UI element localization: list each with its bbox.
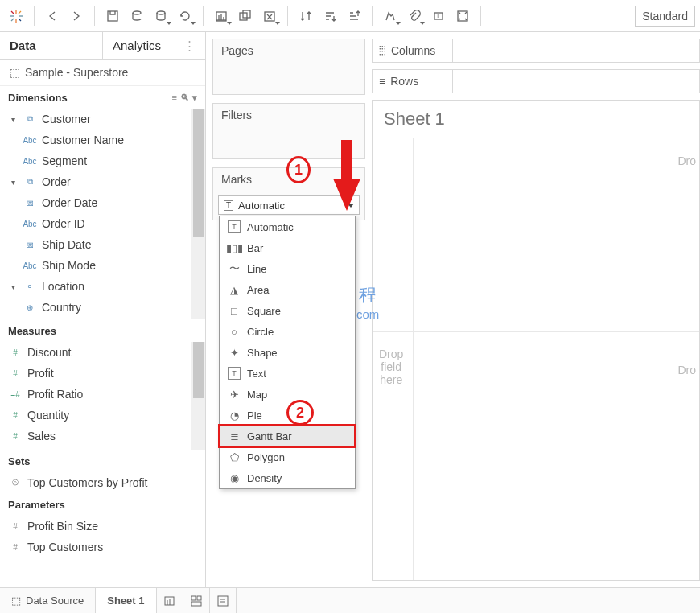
svg-rect-8: [108, 11, 117, 21]
map-icon: ✈︎: [228, 388, 241, 401]
mark-circle[interactable]: ○Circle: [220, 321, 355, 342]
pause-datasource-icon[interactable]: [150, 5, 172, 27]
tab-data-source[interactable]: ⬚Data Source: [0, 588, 96, 613]
duplicate-sheet-icon[interactable]: [234, 5, 257, 27]
view-list-icon[interactable]: ≡: [172, 93, 177, 103]
mark-selected-label: Automatic: [238, 200, 285, 212]
new-story-button[interactable]: [210, 588, 237, 613]
forward-icon[interactable]: [65, 5, 88, 27]
columns-shelf[interactable]: ⦙⦙⦙Columns: [372, 39, 700, 63]
field-quantity[interactable]: #Quantity: [0, 405, 191, 426]
view-pane: ⦙⦙⦙Columns ≡Rows Sheet 1 Dro Drop field …: [372, 32, 700, 587]
field-country[interactable]: ⊕Country: [0, 297, 191, 318]
measures-scrollbar[interactable]: [191, 342, 205, 450]
param-top-customers[interactable]: #Top Customers: [0, 537, 205, 557]
tableau-logo-icon: [5, 5, 27, 27]
mark-area[interactable]: ◮Area: [220, 279, 355, 300]
rows-shelf[interactable]: ≡Rows: [372, 69, 700, 93]
mark-shape[interactable]: ✦Shape: [220, 342, 355, 363]
mark-gantt[interactable]: ≣Gantt Bar: [220, 426, 355, 446]
highlight-icon[interactable]: [379, 5, 401, 27]
field-order-date[interactable]: 📅︎Order Date: [0, 192, 191, 213]
tab-analytics-label: Analytics: [113, 39, 161, 52]
sort-desc-icon[interactable]: [343, 5, 365, 27]
field-sales[interactable]: #Sales: [0, 426, 191, 446]
mark-map[interactable]: ✈︎Map: [220, 384, 355, 405]
pages-label: Pages: [213, 39, 364, 62]
mark-density[interactable]: ◉Density: [220, 467, 355, 488]
swap-icon[interactable]: [294, 5, 317, 27]
fit-icon[interactable]: [451, 5, 474, 27]
sets-header: Sets: [0, 450, 205, 472]
shape-icon: ✦: [228, 346, 241, 359]
set-top-customers[interactable]: ⦾Top Customers by Profit: [0, 472, 205, 493]
annotation-1: 1: [286, 156, 311, 183]
new-sheet-icon[interactable]: [210, 5, 233, 27]
drop-hint-right1: Dro: [677, 154, 696, 167]
mark-bar[interactable]: ▮▯▮Bar: [220, 237, 355, 258]
tab-analytics[interactable]: Analytics⋮: [103, 32, 205, 59]
field-segment[interactable]: AbcSegment: [0, 150, 191, 171]
field-order-id[interactable]: AbcOrder ID: [0, 213, 191, 234]
rows-icon: ≡: [379, 75, 385, 88]
dimensions-scrollbar[interactable]: [191, 109, 205, 319]
mark-polygon[interactable]: ⬠Polygon: [220, 446, 355, 467]
field-discount[interactable]: #Discount: [0, 342, 191, 363]
new-datasource-icon[interactable]: +: [126, 5, 148, 27]
toolbar: + T Standard: [0, 0, 700, 32]
svg-marker-34: [333, 179, 360, 211]
field-profit-ratio[interactable]: =#Profit Ratio: [0, 384, 191, 405]
field-state[interactable]: ⊕State: [0, 318, 191, 319]
mark-text[interactable]: TText: [220, 363, 355, 384]
datasource-row[interactable]: ⬚​ Sample - Superstore: [0, 60, 205, 86]
sheet-view[interactable]: Sheet 1 Dro Drop field here Dro: [372, 100, 700, 581]
text-mark-icon: T: [228, 367, 241, 380]
mark-line[interactable]: 〜Line: [220, 258, 355, 279]
filters-label: Filters: [213, 104, 364, 126]
svg-point-10: [157, 11, 165, 14]
columns-label: Columns: [391, 44, 435, 57]
fit-dropdown[interactable]: Standard: [635, 6, 695, 27]
sheet-title[interactable]: Sheet 1: [373, 101, 699, 138]
density-icon: ◉: [228, 471, 241, 484]
mark-automatic[interactable]: TAutomatic: [220, 216, 355, 237]
attach-icon[interactable]: [403, 5, 426, 27]
datasource-name: Sample - Superstore: [25, 66, 128, 79]
search-icon[interactable]: 🔍︎: [180, 93, 189, 103]
svg-rect-28: [197, 596, 201, 600]
menu-caret-icon[interactable]: ▾: [192, 93, 197, 103]
folder-customer[interactable]: ▾⧉Customer: [0, 109, 191, 130]
svg-rect-33: [341, 140, 352, 182]
field-ship-date[interactable]: 📅︎Ship Date: [0, 234, 191, 255]
pages-shelf[interactable]: Pages: [212, 39, 365, 95]
datasource-tab-icon: ⬚: [11, 594, 21, 607]
new-worksheet-button[interactable]: [157, 588, 183, 613]
sort-asc-icon[interactable]: [319, 5, 341, 27]
clear-sheet-icon[interactable]: [258, 5, 281, 27]
tab-data[interactable]: Data: [0, 32, 103, 59]
svg-rect-29: [191, 602, 201, 606]
dimensions-header: Dimensions ≡🔍︎▾: [0, 86, 205, 109]
mark-square[interactable]: □Square: [220, 300, 355, 321]
label-icon[interactable]: T: [427, 5, 450, 27]
folder-order[interactable]: ▾⧉Order: [0, 171, 191, 192]
drop-hint-right2: Dro: [677, 364, 696, 376]
svg-rect-30: [218, 596, 228, 606]
annotation-2: 2: [286, 400, 314, 426]
bottom-tabs: ⬚Data Source Sheet 1: [0, 587, 700, 613]
new-dashboard-button[interactable]: [183, 588, 210, 613]
field-customer-name[interactable]: AbcCustomer Name: [0, 130, 191, 150]
annotation-arrow-icon: [330, 138, 365, 214]
refresh-icon[interactable]: [174, 5, 196, 27]
folder-location[interactable]: ▾०Location: [0, 276, 191, 297]
save-icon[interactable]: [101, 5, 124, 27]
back-icon[interactable]: [41, 5, 64, 27]
tab-sheet1[interactable]: Sheet 1: [96, 588, 156, 613]
field-ship-mode[interactable]: AbcShip Mode: [0, 255, 191, 276]
line-icon: 〜: [228, 262, 241, 275]
text-icon: T: [224, 200, 233, 211]
svg-line-6: [19, 11, 21, 14]
svg-line-5: [19, 19, 21, 21]
field-profit[interactable]: #Profit: [0, 363, 191, 384]
param-profit-bin[interactable]: #Profit Bin Size: [0, 516, 205, 537]
